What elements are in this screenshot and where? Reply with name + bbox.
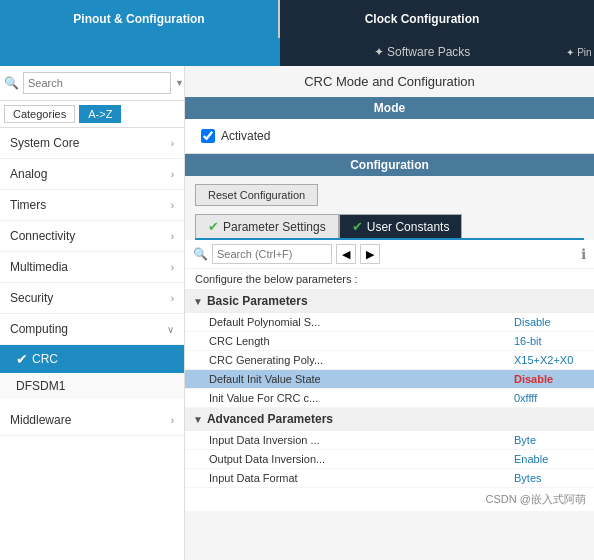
params-search-input[interactable] <box>212 244 332 264</box>
info-icon: ℹ <box>581 246 586 262</box>
chevron-right-icon: › <box>171 200 174 211</box>
table-row: Input Data Inversion ... Byte <box>185 431 594 450</box>
table-row: CRC Generating Poly... X15+X2+X0 <box>185 351 594 370</box>
chevron-down-icon: ∨ <box>167 324 174 335</box>
pinout-btn[interactable]: ✦ Pin <box>564 38 594 66</box>
tab-az[interactable]: A->Z <box>79 105 121 123</box>
basic-params-header[interactable]: ▼ Basic Parameters <box>185 290 594 313</box>
software-packs-btn[interactable]: ✦ Software Packs <box>280 38 564 66</box>
collapse-icon: ▼ <box>193 296 203 307</box>
chevron-right-icon: › <box>171 415 174 426</box>
sidebar-item-multimedia[interactable]: Multimedia › <box>0 252 184 283</box>
tab-categories[interactable]: Categories <box>4 105 75 123</box>
collapse-icon: ▼ <box>193 414 203 425</box>
prev-nav-button[interactable]: ◀ <box>336 244 356 264</box>
search-icon: 🔍 <box>4 76 19 90</box>
config-tabs: ✔ Parameter Settings ✔ User Constants <box>195 214 584 240</box>
sidebar-item-security[interactable]: Security › <box>0 283 184 314</box>
chevron-right-icon: › <box>171 231 174 242</box>
sidebar-item-system-core[interactable]: System Core › <box>0 128 184 159</box>
config-section-header: Configuration <box>185 154 594 176</box>
search-icon: 🔍 <box>193 247 208 261</box>
sidebar: 🔍 ▼ ⚙ Categories A->Z System Core › Anal… <box>0 66 185 560</box>
sidebar-item-dfsdm1[interactable]: DFSDM1 <box>0 373 184 399</box>
sidebar-item-crc[interactable]: ✔ CRC <box>0 345 184 373</box>
sub-header-left <box>0 38 280 66</box>
search-bar: 🔍 ▼ ⚙ <box>0 66 184 101</box>
reset-config-button[interactable]: Reset Configuration <box>195 184 318 206</box>
table-row: Init Value For CRC c... 0xffff <box>185 389 594 408</box>
configure-text: Configure the below parameters : <box>185 269 594 290</box>
clock-config-header: Clock Configuration <box>280 0 564 38</box>
mode-section-header: Mode <box>185 97 594 119</box>
check-icon: ✔ <box>208 219 219 234</box>
chevron-right-icon: › <box>171 293 174 304</box>
sidebar-tabs: Categories A->Z <box>0 101 184 128</box>
table-row: CRC Length 16-bit <box>185 332 594 351</box>
table-row: Output Data Inversion... Enable <box>185 450 594 469</box>
chevron-right-icon: › <box>171 138 174 149</box>
mode-section: Activated <box>185 119 594 154</box>
activated-label: Activated <box>221 129 270 143</box>
activated-checkbox[interactable] <box>201 129 215 143</box>
search-input[interactable] <box>23 72 171 94</box>
pinout-config-header: Pinout & Configuration <box>0 0 280 38</box>
table-row-highlighted[interactable]: Default Init Value State Disable <box>185 370 594 389</box>
center-header-title: Clock Configuration <box>365 12 480 26</box>
sidebar-item-timers[interactable]: Timers › <box>0 190 184 221</box>
left-header-title: Pinout & Configuration <box>73 12 204 26</box>
watermark: CSDN @嵌入式阿萌 <box>185 488 594 511</box>
params-container: 🔍 ◀ ▶ ℹ Configure the below parameters :… <box>185 240 594 511</box>
tab-parameter-settings[interactable]: ✔ Parameter Settings <box>195 214 339 238</box>
header-right <box>564 0 594 38</box>
table-row: Default Polynomial S... Disable <box>185 313 594 332</box>
config-section: Reset Configuration ✔ Parameter Settings… <box>185 176 594 511</box>
sidebar-item-analog[interactable]: Analog › <box>0 159 184 190</box>
sidebar-item-connectivity[interactable]: Connectivity › <box>0 221 184 252</box>
dropdown-arrow: ▼ <box>175 78 184 88</box>
check-icon: ✔ <box>16 351 28 367</box>
sidebar-item-computing[interactable]: Computing ∨ <box>0 314 184 345</box>
content-title: CRC Mode and Configuration <box>185 66 594 97</box>
sidebar-item-middleware[interactable]: Middleware › <box>0 405 184 436</box>
chevron-right-icon: › <box>171 262 174 273</box>
check-icon: ✔ <box>352 219 363 234</box>
tab-user-constants[interactable]: ✔ User Constants <box>339 214 463 238</box>
next-nav-button[interactable]: ▶ <box>360 244 380 264</box>
table-row: Input Data Format Bytes <box>185 469 594 488</box>
advanced-params-header[interactable]: ▼ Advanced Parameters <box>185 408 594 431</box>
computing-subitems: ✔ CRC DFSDM1 <box>0 345 184 399</box>
content-area: CRC Mode and Configuration Mode Activate… <box>185 66 594 560</box>
activated-row: Activated <box>201 129 578 143</box>
chevron-right-icon: › <box>171 169 174 180</box>
params-search-row: 🔍 ◀ ▶ ℹ <box>185 240 594 269</box>
